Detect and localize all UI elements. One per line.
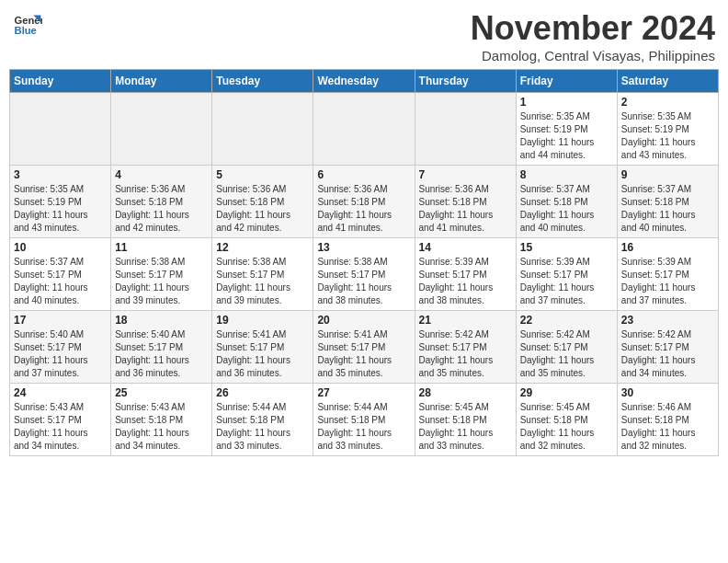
- calendar-cell: 16Sunrise: 5:39 AMSunset: 5:17 PMDayligh…: [617, 238, 718, 311]
- calendar-cell: 23Sunrise: 5:42 AMSunset: 5:17 PMDayligh…: [617, 311, 718, 384]
- weekday-saturday: Saturday: [617, 70, 718, 93]
- day-info: Sunrise: 5:36 AMSunset: 5:18 PMDaylight:…: [216, 183, 309, 235]
- calendar-cell: 15Sunrise: 5:39 AMSunset: 5:17 PMDayligh…: [516, 238, 617, 311]
- week-row-5: 24Sunrise: 5:43 AMSunset: 5:17 PMDayligh…: [10, 384, 719, 456]
- calendar-cell: [415, 93, 516, 166]
- day-info: Sunrise: 5:38 AMSunset: 5:17 PMDaylight:…: [317, 256, 410, 307]
- day-number: 23: [621, 314, 714, 327]
- page-header: General Blue November 2024 Damolog, Cent…: [9, 9, 719, 63]
- calendar-cell: [10, 93, 111, 166]
- day-info: Sunrise: 5:40 AMSunset: 5:17 PMDaylight:…: [115, 328, 208, 380]
- calendar-cell: 10Sunrise: 5:37 AMSunset: 5:17 PMDayligh…: [10, 238, 111, 311]
- weekday-monday: Monday: [111, 70, 212, 93]
- calendar-cell: 18Sunrise: 5:40 AMSunset: 5:17 PMDayligh…: [111, 311, 212, 384]
- day-info: Sunrise: 5:45 AMSunset: 5:18 PMDaylight:…: [419, 401, 512, 453]
- day-number: 10: [14, 241, 107, 254]
- day-info: Sunrise: 5:40 AMSunset: 5:17 PMDaylight:…: [14, 328, 107, 380]
- day-number: 5: [216, 168, 309, 181]
- day-number: 8: [520, 168, 613, 181]
- calendar-cell: 13Sunrise: 5:38 AMSunset: 5:17 PMDayligh…: [313, 238, 415, 311]
- calendar-cell: 5Sunrise: 5:36 AMSunset: 5:18 PMDaylight…: [212, 166, 313, 238]
- day-info: Sunrise: 5:42 AMSunset: 5:17 PMDaylight:…: [621, 328, 714, 380]
- day-info: Sunrise: 5:44 AMSunset: 5:18 PMDaylight:…: [216, 401, 309, 453]
- day-info: Sunrise: 5:37 AMSunset: 5:17 PMDaylight:…: [14, 256, 107, 307]
- calendar-cell: [212, 93, 313, 166]
- day-info: Sunrise: 5:36 AMSunset: 5:18 PMDaylight:…: [419, 183, 512, 235]
- location: Damolog, Central Visayas, Philippines: [471, 48, 715, 63]
- day-info: Sunrise: 5:42 AMSunset: 5:17 PMDaylight:…: [419, 328, 512, 380]
- day-number: 6: [317, 168, 410, 181]
- calendar-cell: 30Sunrise: 5:46 AMSunset: 5:18 PMDayligh…: [617, 384, 718, 456]
- week-row-4: 17Sunrise: 5:40 AMSunset: 5:17 PMDayligh…: [10, 311, 719, 384]
- day-info: Sunrise: 5:43 AMSunset: 5:18 PMDaylight:…: [115, 401, 208, 453]
- day-number: 21: [419, 314, 512, 327]
- day-number: 20: [317, 314, 410, 327]
- logo: General Blue: [13, 9, 42, 39]
- weekday-wednesday: Wednesday: [313, 70, 415, 93]
- day-info: Sunrise: 5:39 AMSunset: 5:17 PMDaylight:…: [621, 256, 714, 307]
- logo-icon: General Blue: [13, 9, 42, 39]
- day-info: Sunrise: 5:44 AMSunset: 5:18 PMDaylight:…: [317, 401, 410, 453]
- calendar-cell: 21Sunrise: 5:42 AMSunset: 5:17 PMDayligh…: [415, 311, 516, 384]
- calendar-cell: 2Sunrise: 5:35 AMSunset: 5:19 PMDaylight…: [617, 93, 718, 166]
- calendar-cell: 29Sunrise: 5:45 AMSunset: 5:18 PMDayligh…: [516, 384, 617, 456]
- day-number: 27: [317, 386, 410, 399]
- day-number: 7: [419, 168, 512, 181]
- day-info: Sunrise: 5:38 AMSunset: 5:17 PMDaylight:…: [216, 256, 309, 307]
- day-info: Sunrise: 5:35 AMSunset: 5:19 PMDaylight:…: [621, 110, 714, 162]
- day-number: 2: [621, 96, 714, 109]
- day-number: 19: [216, 314, 309, 327]
- calendar-body: 1Sunrise: 5:35 AMSunset: 5:19 PMDaylight…: [10, 93, 719, 456]
- weekday-tuesday: Tuesday: [212, 70, 313, 93]
- calendar-table: SundayMondayTuesdayWednesdayThursdayFrid…: [9, 69, 719, 456]
- week-row-1: 1Sunrise: 5:35 AMSunset: 5:19 PMDaylight…: [10, 93, 719, 166]
- day-number: 4: [115, 168, 208, 181]
- calendar-cell: 17Sunrise: 5:40 AMSunset: 5:17 PMDayligh…: [10, 311, 111, 384]
- day-number: 24: [14, 386, 107, 399]
- day-info: Sunrise: 5:39 AMSunset: 5:17 PMDaylight:…: [419, 256, 512, 307]
- day-number: 18: [115, 314, 208, 327]
- day-number: 11: [115, 241, 208, 254]
- day-info: Sunrise: 5:41 AMSunset: 5:17 PMDaylight:…: [317, 328, 410, 380]
- day-number: 12: [216, 241, 309, 254]
- day-info: Sunrise: 5:35 AMSunset: 5:19 PMDaylight:…: [520, 110, 613, 162]
- day-number: 9: [621, 168, 714, 181]
- day-info: Sunrise: 5:36 AMSunset: 5:18 PMDaylight:…: [115, 183, 208, 235]
- calendar-cell: 4Sunrise: 5:36 AMSunset: 5:18 PMDaylight…: [111, 166, 212, 238]
- calendar-cell: 22Sunrise: 5:42 AMSunset: 5:17 PMDayligh…: [516, 311, 617, 384]
- calendar-cell: [313, 93, 415, 166]
- day-number: 1: [520, 96, 613, 109]
- weekday-thursday: Thursday: [415, 70, 516, 93]
- day-info: Sunrise: 5:45 AMSunset: 5:18 PMDaylight:…: [520, 401, 613, 453]
- week-row-3: 10Sunrise: 5:37 AMSunset: 5:17 PMDayligh…: [10, 238, 719, 311]
- calendar-cell: 11Sunrise: 5:38 AMSunset: 5:17 PMDayligh…: [111, 238, 212, 311]
- calendar-cell: [111, 93, 212, 166]
- calendar-cell: 27Sunrise: 5:44 AMSunset: 5:18 PMDayligh…: [313, 384, 415, 456]
- day-info: Sunrise: 5:35 AMSunset: 5:19 PMDaylight:…: [14, 183, 107, 235]
- month-title: November 2024: [471, 9, 715, 48]
- day-number: 28: [419, 386, 512, 399]
- day-info: Sunrise: 5:43 AMSunset: 5:17 PMDaylight:…: [14, 401, 107, 453]
- weekday-header-row: SundayMondayTuesdayWednesdayThursdayFrid…: [10, 70, 719, 93]
- calendar-cell: 28Sunrise: 5:45 AMSunset: 5:18 PMDayligh…: [415, 384, 516, 456]
- calendar-cell: 12Sunrise: 5:38 AMSunset: 5:17 PMDayligh…: [212, 238, 313, 311]
- day-number: 29: [520, 386, 613, 399]
- day-number: 25: [115, 386, 208, 399]
- calendar-cell: 26Sunrise: 5:44 AMSunset: 5:18 PMDayligh…: [212, 384, 313, 456]
- day-info: Sunrise: 5:37 AMSunset: 5:18 PMDaylight:…: [621, 183, 714, 235]
- calendar-cell: 14Sunrise: 5:39 AMSunset: 5:17 PMDayligh…: [415, 238, 516, 311]
- calendar-cell: 7Sunrise: 5:36 AMSunset: 5:18 PMDaylight…: [415, 166, 516, 238]
- calendar-cell: 9Sunrise: 5:37 AMSunset: 5:18 PMDaylight…: [617, 166, 718, 238]
- title-block: November 2024 Damolog, Central Visayas, …: [471, 9, 715, 63]
- day-number: 26: [216, 386, 309, 399]
- day-number: 14: [419, 241, 512, 254]
- calendar-cell: 19Sunrise: 5:41 AMSunset: 5:17 PMDayligh…: [212, 311, 313, 384]
- calendar-cell: 20Sunrise: 5:41 AMSunset: 5:17 PMDayligh…: [313, 311, 415, 384]
- day-info: Sunrise: 5:36 AMSunset: 5:18 PMDaylight:…: [317, 183, 410, 235]
- calendar-cell: 25Sunrise: 5:43 AMSunset: 5:18 PMDayligh…: [111, 384, 212, 456]
- calendar-cell: 8Sunrise: 5:37 AMSunset: 5:18 PMDaylight…: [516, 166, 617, 238]
- weekday-friday: Friday: [516, 70, 617, 93]
- calendar-cell: 24Sunrise: 5:43 AMSunset: 5:17 PMDayligh…: [10, 384, 111, 456]
- day-number: 22: [520, 314, 613, 327]
- calendar-cell: 1Sunrise: 5:35 AMSunset: 5:19 PMDaylight…: [516, 93, 617, 166]
